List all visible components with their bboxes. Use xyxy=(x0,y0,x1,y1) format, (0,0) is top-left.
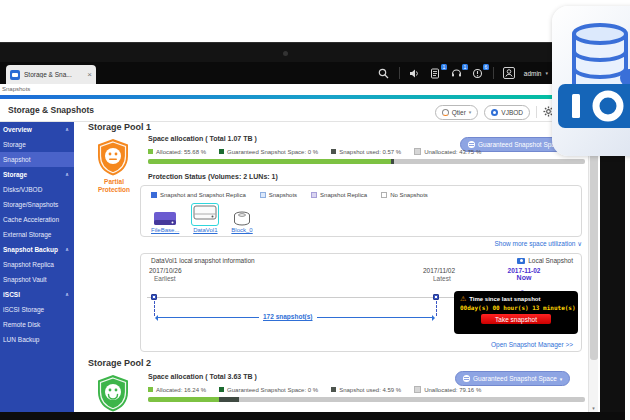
guaranteed-space-icon xyxy=(468,141,475,148)
background-tasks-badge: 1 xyxy=(441,64,447,70)
admin-label: admin xyxy=(524,70,542,77)
sidebar-section-overview[interactable]: Overview∧ xyxy=(0,122,74,137)
local-snapshot-label: Local Snapshot xyxy=(517,257,573,264)
taskbar-divider xyxy=(399,67,400,79)
earliest-date: 2017/10/26 xyxy=(149,267,182,274)
snapshot-info-title: DataVol1 local snapshot information xyxy=(151,257,255,264)
time-since-snapshot-tooltip: ⚠ Time since last snapshot 00day(s) 00 h… xyxy=(454,291,578,334)
tooltip-title: Time since last snapshot xyxy=(469,296,540,302)
chevron-up-icon: ∧ xyxy=(65,287,69,302)
take-snapshot-button[interactable]: Take snapshot xyxy=(481,314,551,324)
sidebar-item-disks-vjbod[interactable]: Disks/VJBOD xyxy=(0,182,74,197)
breadcrumb-bar: Snapshots xyxy=(0,84,600,95)
admin-caret-icon: ▾ xyxy=(545,70,548,76)
qtier-icon xyxy=(442,109,449,116)
pool1-protection-label: Partial Protection xyxy=(82,178,146,194)
pool2-title: Storage Pool 2 xyxy=(88,358,151,368)
scrollbar-down-arrow[interactable]: ▾ xyxy=(589,405,598,411)
volume-icon[interactable] xyxy=(409,67,421,79)
now-date: 2017-11-02 xyxy=(489,267,559,274)
sidebar: Overview∧ Storage Snapshot Storage∧ Disk… xyxy=(0,122,74,412)
pool2-legend: Allocated: 16.24 % Guaranteed Snapshot S… xyxy=(148,386,481,393)
legend-snapshot-replica[interactable]: Snapshot Replica xyxy=(311,192,367,198)
snapshot-count-link[interactable]: 172 snapshot(s) xyxy=(259,313,317,320)
earliest-snapshot-marker[interactable] xyxy=(151,294,157,300)
unallocated-swatch xyxy=(414,148,421,155)
volume-datavol1[interactable]: DataVol1 xyxy=(191,203,219,233)
show-more-space-utilization-link[interactable]: Show more space utilization ∨ xyxy=(494,240,582,248)
protected-shield-icon xyxy=(94,374,132,412)
alerts-icon[interactable]: 6 xyxy=(472,67,484,79)
pool2-guaranteed-snapshot-space-button[interactable]: Guaranteed Snapshot Space ▾ xyxy=(455,371,570,386)
latest-snapshot-marker[interactable] xyxy=(433,294,439,300)
alerts-badge: 6 xyxy=(483,64,489,70)
notifications-badge: 1 xyxy=(462,64,468,70)
vjbod-icon xyxy=(491,109,498,116)
sidebar-item-cache-acceleration[interactable]: Cache Acceleration xyxy=(0,212,74,227)
taskbar: Storage & Sna... × 1 1 xyxy=(0,62,600,84)
tab-title: Storage & Sna... xyxy=(24,71,83,78)
search-icon[interactable] xyxy=(378,67,390,79)
lun-block0[interactable]: Block_0 xyxy=(231,211,252,233)
page-title: Storage & Snapshots xyxy=(8,99,94,121)
legend-snapshot-and-replica[interactable]: Snapshot and Snapshot Replica xyxy=(151,192,246,198)
legend-snapshots[interactable]: Snapshots xyxy=(260,192,297,198)
lun-cylinder-icon xyxy=(232,211,252,226)
now-label: Now xyxy=(489,274,559,281)
snapshot-info-panel: DataVol1 local snapshot information Loca… xyxy=(140,253,582,352)
user-icon[interactable] xyxy=(503,67,515,79)
expand-down-icon: ∨ xyxy=(577,240,582,247)
storage-snapshots-tab-icon xyxy=(10,70,20,80)
pool2-allocation-bar xyxy=(148,397,585,402)
monitor-bottom-bezel xyxy=(0,412,625,420)
monitor-photo: Storage & Sna... × 1 1 xyxy=(0,0,630,420)
tab-close-icon[interactable]: × xyxy=(87,71,92,79)
scrollbar-thumb[interactable] xyxy=(590,122,598,360)
sidebar-item-snapshot-vault[interactable]: Snapshot Vault xyxy=(0,272,74,287)
pool2-space-title: Space allocation ( Total 3.63 TB ) xyxy=(148,373,257,380)
pool1-protection-status-title: Protection Status (Volumes: 2 LUNs: 1) xyxy=(148,173,278,180)
sidebar-item-external-storage[interactable]: External Storage xyxy=(0,227,74,242)
scrollbar[interactable]: ▾ xyxy=(588,122,598,412)
admin-menu[interactable]: admin ▾ xyxy=(524,70,548,77)
main-content: Storage Pool 1 Partial Protection Space … xyxy=(74,122,588,412)
legend-no-snapshots[interactable]: No Snapshots xyxy=(381,192,428,198)
sidebar-item-snapshot[interactable]: Snapshot xyxy=(0,152,74,167)
pool1-legend: Allocated: 55.68 % Guaranteed Snapshot S… xyxy=(148,148,481,155)
pool1-allocation-bar xyxy=(148,159,585,164)
qtier-caret-icon: ▾ xyxy=(469,109,472,115)
sidebar-item-iscsi-storage[interactable]: iSCSI Storage xyxy=(0,302,74,317)
volume-filebase[interactable]: FileBase... xyxy=(151,211,179,233)
caret-down-icon: ▾ xyxy=(560,376,563,382)
timeline-dotted-right xyxy=(436,301,437,316)
now-block: 2017-11-02 Now xyxy=(489,267,559,281)
monitor-top-bezel xyxy=(0,42,625,63)
checkbox-empty-icon xyxy=(381,192,387,198)
selected-volume-outline xyxy=(191,203,219,226)
background-tasks-icon[interactable]: 1 xyxy=(430,67,442,79)
breadcrumb: Snapshots xyxy=(0,84,600,95)
guaranteed-swatch xyxy=(219,149,224,154)
qtier-label: Qtier xyxy=(452,109,466,116)
sidebar-item-remote-disk[interactable]: Remote Disk xyxy=(0,317,74,332)
latest-date: 2017/11/02 xyxy=(423,267,455,274)
chevron-up-icon: ∧ xyxy=(65,122,69,137)
sidebar-item-lun-backup[interactable]: LUN Backup xyxy=(0,332,74,347)
sidebar-item-storage-snapshots[interactable]: Storage/Snapshots xyxy=(0,197,74,212)
volume-drive-icon xyxy=(153,211,177,226)
notifications-icon[interactable]: 1 xyxy=(451,67,463,79)
vjbod-button[interactable]: VJBOD xyxy=(484,105,530,120)
chevron-up-icon: ∧ xyxy=(65,242,69,257)
sidebar-section-storage[interactable]: Storage∧ xyxy=(0,167,74,182)
allocated-swatch xyxy=(148,149,153,154)
checkbox-light-icon xyxy=(260,192,266,198)
sidebar-section-snapshot-backup[interactable]: Snapshot Backup∧ xyxy=(0,242,74,257)
sidebar-item-snapshot-replica[interactable]: Snapshot Replica xyxy=(0,257,74,272)
app-tab-storage-snapshots[interactable]: Storage & Sna... × xyxy=(6,65,96,84)
sidebar-section-iscsi[interactable]: iSCSI∧ xyxy=(0,287,74,302)
open-snapshot-manager-link[interactable]: Open Snapshot Manager >> xyxy=(491,341,573,348)
sidebar-item-storage[interactable]: Storage xyxy=(0,137,74,152)
earliest-label: Earliest xyxy=(154,275,176,282)
allocated-swatch xyxy=(148,387,153,392)
qtier-button[interactable]: Qtier ▾ xyxy=(435,105,479,120)
